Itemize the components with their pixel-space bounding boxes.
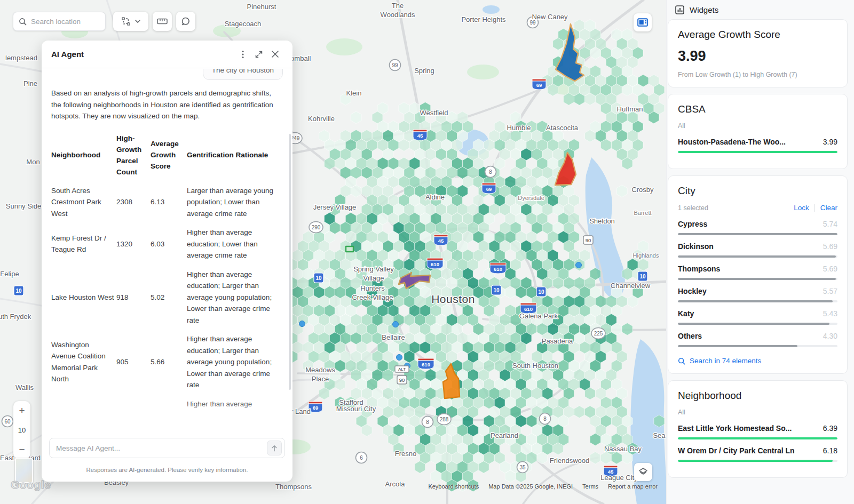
zoom-in-button[interactable]: + xyxy=(19,405,25,415)
map-label: Meadows xyxy=(305,366,335,374)
map-label: Atascocita xyxy=(546,124,579,132)
city-clear-link[interactable]: Clear xyxy=(820,204,837,212)
city-lock-link[interactable]: Lock xyxy=(794,204,809,212)
road-shield-90: 90 xyxy=(397,375,407,384)
close-button[interactable] xyxy=(267,46,283,62)
metric-value: 5.69 xyxy=(823,265,837,273)
map-label: Mon xyxy=(26,158,39,166)
map-label: New Caney xyxy=(532,13,568,21)
user-message-chip: The city of Houston xyxy=(203,69,283,80)
metric-name: Dickinson xyxy=(678,242,714,251)
metric-value: 5.69 xyxy=(823,242,837,251)
map-data-text: Map Data ©2025 Google, INEGI xyxy=(488,483,573,490)
layers-icon xyxy=(638,467,648,477)
table-header-cell: High-Growth Parcel Count xyxy=(116,130,148,181)
keyboard-shortcuts-link[interactable]: Keyboard shortcuts xyxy=(428,483,479,490)
map-label: Thompsons xyxy=(275,483,312,491)
table-cell: 6.03 xyxy=(151,222,185,265)
map-label: Kohrville xyxy=(308,115,335,123)
highlight-polygon-green[interactable] xyxy=(346,246,353,252)
metric-name: Houston-Pasadena-The Woo... xyxy=(678,138,786,146)
map-dot[interactable] xyxy=(397,355,402,361)
metric-name: Others xyxy=(678,332,702,340)
metric-name: Katy xyxy=(678,309,694,318)
report-error-link[interactable]: Report a map error xyxy=(608,483,658,490)
toggle-widgets-panel-button[interactable] xyxy=(634,13,652,31)
metric-row[interactable]: W Orem Dr / City Park Central Ln6.18 xyxy=(678,446,837,462)
map-label: Houston xyxy=(431,293,475,305)
measure-button[interactable] xyxy=(153,12,172,31)
ai-panel-scrollbar[interactable] xyxy=(289,134,291,390)
terms-link[interactable]: Terms xyxy=(582,483,598,490)
metric-row[interactable]: East Little York Homestead So...6.39 xyxy=(678,424,837,439)
expand-button[interactable] xyxy=(251,46,267,62)
cbsa-title: CBSA xyxy=(678,103,837,115)
map-label: Hunters xyxy=(360,284,385,292)
search-box[interactable] xyxy=(13,12,106,31)
map-label: Friendswood xyxy=(550,457,589,465)
metric-row[interactable]: Cypress5.74 xyxy=(678,220,837,235)
table-cell: 918 xyxy=(116,265,148,330)
map-label: outh Frydek xyxy=(0,313,31,321)
table-cell: Lake Houston West xyxy=(51,265,114,330)
metric-bar xyxy=(678,460,837,462)
table-cell: 5.02 xyxy=(151,265,185,330)
metric-row[interactable]: Houston-Pasadena-The Woo...3.99 xyxy=(678,138,837,153)
more-options-button[interactable] xyxy=(235,46,251,62)
chat-button[interactable] xyxy=(176,12,195,31)
map-label: Pearland xyxy=(491,431,518,439)
svg-text:69: 69 xyxy=(313,405,319,411)
neighborhood-table: NeighborhoodHigh-Growth Parcel CountAver… xyxy=(51,130,283,413)
polygon-select-icon xyxy=(121,17,131,26)
city-search-link[interactable]: Search in 74 elements xyxy=(678,357,837,365)
map-label: Aldine xyxy=(425,193,445,201)
zoom-out-button[interactable]: − xyxy=(19,444,25,454)
ai-message-input[interactable] xyxy=(56,444,263,452)
close-icon xyxy=(272,51,279,58)
neighborhood-title: Neighborhood xyxy=(678,390,837,402)
map-dot[interactable] xyxy=(576,262,582,268)
ai-agent-conversation[interactable]: The city of Houston Based on an analysis… xyxy=(42,69,292,422)
table-header-cell: Gentrification Rationale xyxy=(187,130,283,181)
road-shield-8: 8 xyxy=(540,413,551,425)
neighborhood-card: Neighborhood All East Little York Homest… xyxy=(668,380,848,478)
metric-row[interactable]: Dickinson5.69 xyxy=(678,242,837,258)
svg-text:99: 99 xyxy=(392,62,398,68)
widgets-sidebar: Widgets Average Growth Score 3.99 From L… xyxy=(666,0,854,504)
widgets-bar-chart-icon xyxy=(675,5,684,14)
svg-text:10: 10 xyxy=(493,287,500,293)
map-label: The xyxy=(392,2,404,10)
metric-row[interactable]: Others4.30 xyxy=(678,332,837,347)
metric-name: Cypress xyxy=(678,220,707,228)
draw-polygon-button[interactable] xyxy=(113,12,148,31)
metric-value: 5.43 xyxy=(823,309,837,318)
road-shield-225: 225 xyxy=(591,328,605,339)
layers-button[interactable] xyxy=(634,463,652,481)
metric-row[interactable]: Katy5.43 xyxy=(678,309,837,325)
widgets-header: Widgets xyxy=(668,0,848,19)
map-dot[interactable] xyxy=(393,322,399,327)
map-label: Huffman xyxy=(617,105,643,113)
road-shield-610: 610 xyxy=(427,258,443,269)
svg-text:610: 610 xyxy=(431,261,439,267)
metric-row[interactable]: Thompsons5.69 xyxy=(678,265,837,280)
cbsa-rows: Houston-Pasadena-The Woo...3.99 xyxy=(678,138,837,153)
svg-text:610: 610 xyxy=(422,362,430,367)
metric-value: 6.39 xyxy=(823,424,837,433)
divider xyxy=(815,204,815,212)
expand-icon xyxy=(255,51,263,58)
ai-disclaimer: Responses are AI-generated. Please verif… xyxy=(42,467,292,473)
send-button[interactable] xyxy=(267,441,282,455)
neighborhood-rows: East Little York Homestead So...6.39W Or… xyxy=(678,424,837,462)
metric-row[interactable]: Hockley5.57 xyxy=(678,287,837,302)
metric-value: 5.57 xyxy=(823,287,837,295)
send-arrow-icon xyxy=(271,445,278,452)
svg-text:69: 69 xyxy=(486,186,492,192)
map-label: Wallis xyxy=(15,383,34,391)
map-label: Pinehurst xyxy=(247,3,276,11)
avg-growth-score-card: Average Growth Score 3.99 From Low Growt… xyxy=(668,19,848,87)
search-input[interactable] xyxy=(31,18,95,26)
map-label: League City xyxy=(600,474,638,482)
chat-bubble-icon xyxy=(181,17,191,26)
map-dot[interactable] xyxy=(299,321,305,327)
